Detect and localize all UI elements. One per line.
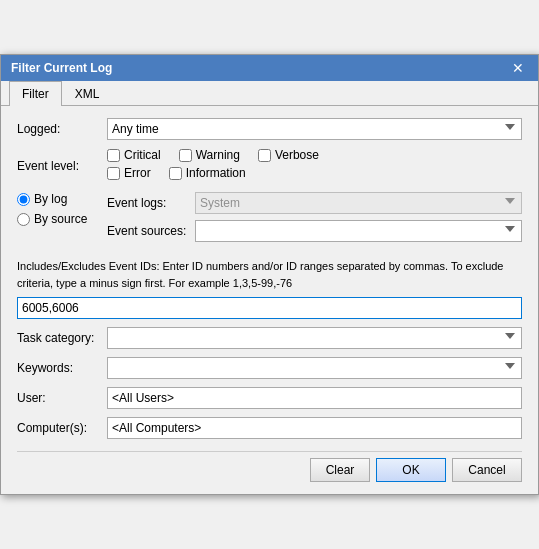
task-category-select[interactable]	[107, 327, 522, 349]
information-checkbox[interactable]	[169, 167, 182, 180]
button-row: Clear OK Cancel	[310, 458, 522, 482]
critical-checkbox[interactable]	[107, 149, 120, 162]
checkbox-critical[interactable]: Critical	[107, 148, 161, 162]
event-id-row	[17, 297, 522, 319]
keywords-row: Keywords:	[17, 357, 522, 379]
by-log-radio[interactable]	[17, 193, 30, 206]
logged-field: Any time Last hour Last 12 hours Last 24…	[107, 118, 522, 140]
radio-group: By log By source	[17, 192, 99, 232]
checkbox-verbose[interactable]: Verbose	[258, 148, 319, 162]
user-field	[107, 387, 522, 409]
user-label: User:	[17, 391, 107, 405]
task-category-row: Task category:	[17, 327, 522, 349]
warning-checkbox[interactable]	[179, 149, 192, 162]
error-checkbox[interactable]	[107, 167, 120, 180]
user-input[interactable]	[107, 387, 522, 409]
title-bar: Filter Current Log ✕	[1, 55, 538, 81]
event-level-label: Event level:	[17, 159, 107, 173]
checkboxes-row-2: Error Information	[107, 166, 522, 180]
event-sources-field	[195, 220, 522, 242]
ok-button[interactable]: OK	[376, 458, 446, 482]
information-label: Information	[186, 166, 246, 180]
logged-select[interactable]: Any time Last hour Last 12 hours Last 24…	[107, 118, 522, 140]
critical-label: Critical	[124, 148, 161, 162]
radio-by-source[interactable]: By source	[17, 212, 99, 226]
by-source-radio[interactable]	[17, 213, 30, 226]
dialog-content: Logged: Any time Last hour Last 12 hours…	[1, 106, 538, 494]
event-sources-row: Event sources:	[107, 220, 522, 242]
checkbox-warning[interactable]: Warning	[179, 148, 240, 162]
cancel-button[interactable]: Cancel	[452, 458, 522, 482]
event-logs-row: Event logs: System	[107, 192, 522, 214]
button-section: Clear OK Cancel	[17, 451, 522, 482]
close-button[interactable]: ✕	[508, 61, 528, 75]
dialog-title: Filter Current Log	[11, 61, 112, 75]
by-log-label: By log	[34, 192, 67, 206]
event-sources-select[interactable]	[195, 220, 522, 242]
warning-label: Warning	[196, 148, 240, 162]
error-label: Error	[124, 166, 151, 180]
keywords-field	[107, 357, 522, 379]
mid-right: Event logs: System Event sources:	[107, 192, 522, 248]
checkbox-information[interactable]: Information	[169, 166, 246, 180]
logged-row: Logged: Any time Last hour Last 12 hours…	[17, 118, 522, 140]
logged-label: Logged:	[17, 122, 107, 136]
checkboxes-row-1: Critical Warning Verbose	[107, 148, 522, 162]
keywords-select[interactable]	[107, 357, 522, 379]
filter-dialog: Filter Current Log ✕ Filter XML Logged: …	[0, 54, 539, 495]
by-source-label: By source	[34, 212, 87, 226]
event-logs-label: Event logs:	[107, 196, 195, 210]
task-category-field	[107, 327, 522, 349]
event-sources-label: Event sources:	[107, 224, 195, 238]
event-logs-field: System	[195, 192, 522, 214]
checkbox-error[interactable]: Error	[107, 166, 151, 180]
event-level-row: Event level: Critical Warning Verbose	[17, 148, 522, 184]
computers-row: Computer(s):	[17, 417, 522, 439]
event-logs-select[interactable]: System	[195, 192, 522, 214]
user-row: User:	[17, 387, 522, 409]
radio-by-log[interactable]: By log	[17, 192, 99, 206]
computers-field	[107, 417, 522, 439]
clear-button[interactable]: Clear	[310, 458, 370, 482]
verbose-checkbox[interactable]	[258, 149, 271, 162]
log-source-section: By log By source Event logs: System	[17, 192, 522, 248]
tab-xml[interactable]: XML	[62, 81, 113, 106]
verbose-label: Verbose	[275, 148, 319, 162]
description-text: Includes/Excludes Event IDs: Enter ID nu…	[17, 258, 522, 291]
keywords-label: Keywords:	[17, 361, 107, 375]
computers-input[interactable]	[107, 417, 522, 439]
computers-label: Computer(s):	[17, 421, 107, 435]
event-level-checkboxes: Critical Warning Verbose Error	[107, 148, 522, 184]
task-category-label: Task category:	[17, 331, 107, 345]
event-id-input[interactable]	[17, 297, 522, 319]
tab-bar: Filter XML	[1, 81, 538, 106]
tab-filter[interactable]: Filter	[9, 81, 62, 106]
